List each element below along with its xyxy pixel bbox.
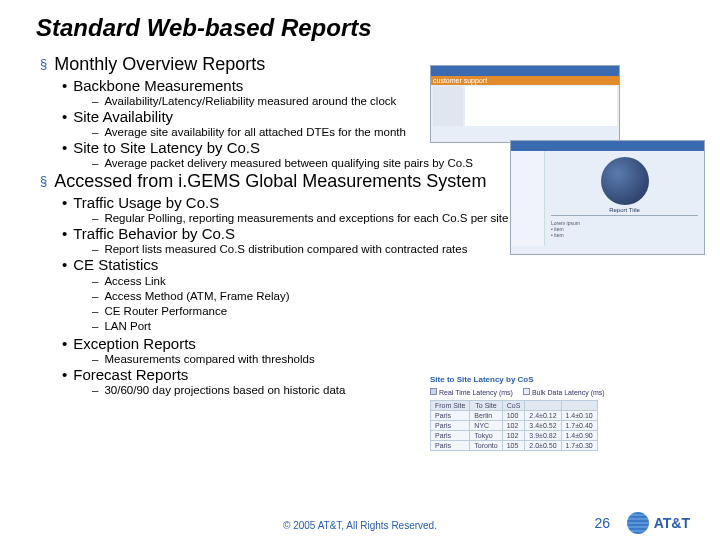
brand-logo: AT&T [627,512,690,534]
bullet-item: •CE Statistics [62,256,684,273]
sub-item: –Access Link [92,274,684,289]
sub-item: –LAN Port [92,319,684,334]
sub-item: –Measurements compared with thresholds [92,353,684,365]
sub-item: –CE Router Performance [92,304,684,319]
screenshot-thumb-3: Site to Site Latency by CoS Real Time La… [430,375,620,485]
screenshot-thumb-1: customer support [430,65,620,143]
bullet-item: •Exception Reports [62,335,684,352]
slide-title: Standard Web-based Reports [36,14,684,42]
globe-icon [627,512,649,534]
screenshot-thumb-2: Report Title Lorem ipsum• item• item [510,140,705,255]
page-number: 26 [594,515,610,531]
sub-item: –Access Method (ATM, Frame Relay) [92,289,684,304]
copyright: © 2005 AT&T, All Rights Reserved. [0,520,720,531]
